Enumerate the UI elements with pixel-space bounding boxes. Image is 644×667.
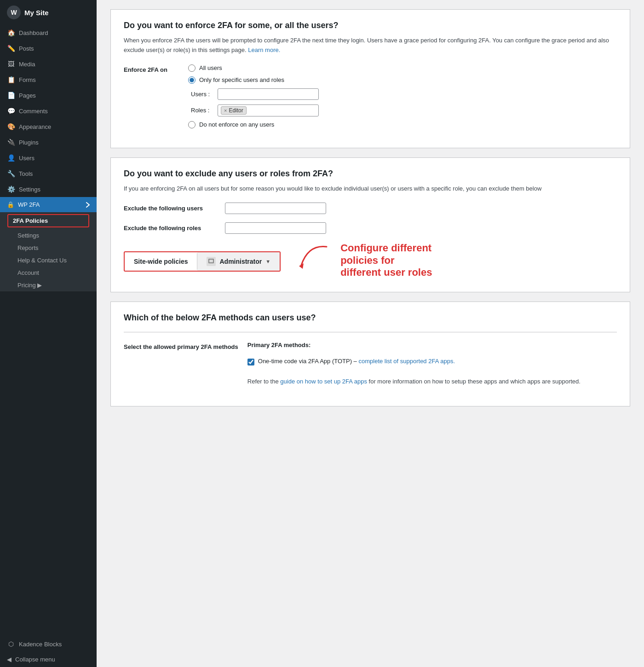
enforce-title: Do you want to enforce 2FA for some, or … [124, 21, 617, 30]
enforce-controls: All users Only for specific users and ro… [188, 64, 617, 128]
submenu-item-2fa-policies[interactable]: 2FA Policies [7, 214, 89, 227]
totp-link[interactable]: complete list of supported 2FA apps. [358, 358, 455, 365]
sidebar-item-forms[interactable]: 📋 Forms [0, 72, 97, 87]
dropdown-arrow-icon: ▼ [265, 259, 270, 264]
wp2fa-submenu: 2FA Policies Settings Reports Help & Con… [0, 212, 97, 291]
admin-user-icon [207, 257, 216, 266]
users-field: Users : [191, 88, 617, 100]
sidebar-item-label: Comments [19, 108, 48, 115]
users-label: Users : [191, 91, 214, 98]
exclude-desc: If you are enforcing 2FA on all users bu… [124, 184, 617, 194]
divider [124, 332, 617, 332]
sidebar-bottom: ⬡ Kadence Blocks ◀ Collapse menu [0, 636, 97, 667]
pages-icon: 📄 [7, 92, 15, 99]
posts-icon: ✏️ [7, 45, 15, 52]
sidebar-item-appearance[interactable]: 🎨 Appearance [0, 119, 97, 134]
sidebar-item-label: Forms [19, 76, 36, 83]
collapse-label: Collapse menu [15, 656, 55, 663]
sidebar-item-label: Pages [19, 92, 36, 99]
sidebar-item-label: Dashboard [19, 29, 48, 36]
roles-label: Roles : [191, 107, 214, 114]
exclude-roles-row: Exclude the following roles [124, 222, 617, 234]
sidebar-logo[interactable]: W My Site [0, 0, 97, 25]
tab-sitewide[interactable]: Site-wide policies [125, 253, 197, 270]
sidebar-item-label: Users [19, 155, 34, 162]
sidebar-item-kadence[interactable]: ⬡ Kadence Blocks [0, 636, 97, 652]
exclude-section: Do you want to exclude any users or role… [110, 157, 630, 293]
editor-tag: × Editor [221, 106, 247, 115]
methods-form-row: Select the allowed primary 2FA methods P… [124, 342, 617, 387]
methods-title: Which of the below 2FA methods can users… [124, 313, 617, 323]
sidebar-item-media[interactable]: 🖼 Media [0, 56, 97, 72]
submenu-item-settings[interactable]: Settings [0, 229, 97, 242]
radio-specific-label: Only for specific users and roles [199, 76, 284, 83]
sidebar-item-posts[interactable]: ✏️ Posts [0, 41, 97, 56]
tab-administrator[interactable]: Administrator ▼ [197, 252, 280, 271]
exclude-users-label: Exclude the following users [124, 205, 216, 212]
totp-checkbox[interactable] [247, 359, 254, 365]
sidebar-item-label: Kadence Blocks [19, 641, 62, 648]
methods-section: Which of the below 2FA methods can users… [110, 302, 630, 406]
sidebar: W My Site 🏠 Dashboard ✏️ Posts 🖼 Media 📋… [0, 0, 97, 667]
sidebar-item-plugins[interactable]: 🔌 Plugins [0, 134, 97, 150]
submenu-item-pricing[interactable]: Pricing ▶ [0, 279, 97, 291]
totp-checkbox-option: One-time code via 2FA App (TOTP) – compl… [247, 358, 617, 365]
sidebar-item-comments[interactable]: 💬 Comments [0, 103, 97, 119]
tag-label: Editor [229, 107, 243, 114]
radio-none[interactable]: Do not enforce on any users [188, 121, 617, 128]
tab-bar: Site-wide policies Administrator ▼ [124, 251, 281, 272]
admin-tab-label: Administrator [219, 258, 262, 265]
radio-all-users-label: All users [199, 64, 222, 71]
totp-label-text: One-time code via 2FA App (TOTP) – [258, 358, 359, 365]
radio-specific[interactable]: Only for specific users and roles [188, 76, 617, 84]
roles-tag-input[interactable]: × Editor [218, 104, 319, 116]
sidebar-item-users[interactable]: 👤 Users [0, 150, 97, 166]
sidebar-item-dashboard[interactable]: 🏠 Dashboard [0, 25, 97, 41]
exclude-title: Do you want to exclude any users or role… [124, 169, 617, 179]
annotation-text: Configure different policies for differe… [340, 242, 432, 278]
radio-all-users-input[interactable] [188, 64, 196, 72]
media-icon: 🖼 [7, 60, 15, 68]
submenu-item-help[interactable]: Help & Contact Us [0, 254, 97, 267]
svg-rect-1 [209, 260, 213, 262]
learn-more-link[interactable]: Learn more. [248, 46, 280, 53]
radio-specific-input[interactable] [188, 76, 196, 84]
radio-all-users[interactable]: All users [188, 64, 617, 72]
enforce-section: Do you want to enforce 2FA for some, or … [110, 9, 630, 148]
sidebar-item-pages[interactable]: 📄 Pages [0, 87, 97, 103]
tag-remove-editor[interactable]: × [224, 108, 227, 113]
methods-controls: Primary 2FA methods: One-time code via 2… [247, 342, 617, 387]
submenu-item-account[interactable]: Account [0, 267, 97, 279]
radio-none-input[interactable] [188, 121, 196, 128]
enforce-desc-text: When you enforce 2FA the users will be p… [124, 37, 609, 53]
desc-suffix: for more information on how to setup the… [369, 378, 581, 385]
tab-annotation-container: Site-wide policies Administrator ▼ [124, 242, 617, 281]
sidebar-item-settings[interactable]: ⚙️ Settings [0, 181, 97, 197]
sidebar-item-label: Appearance [19, 123, 51, 130]
method-desc: Refer to the guide on how to set up 2FA … [247, 377, 617, 387]
dashboard-icon: 🏠 [7, 29, 15, 36]
sidebar-item-label: Settings [19, 186, 40, 193]
users-input[interactable] [218, 88, 319, 100]
sidebar-item-label: Plugins [19, 139, 39, 146]
annotation-group: Configure different policies for differe… [294, 242, 432, 279]
totp-label-container: One-time code via 2FA App (TOTP) – compl… [258, 358, 455, 365]
exclude-roles-input[interactable] [225, 222, 326, 234]
wp-logo-icon: W [7, 6, 21, 19]
sidebar-item-wp2fa[interactable]: 🔒 WP 2FA [0, 197, 97, 212]
desc-prefix: Refer to the [247, 378, 281, 385]
sidebar-item-tools[interactable]: 🔧 Tools [0, 166, 97, 181]
main-content: Do you want to enforce 2FA for some, or … [97, 0, 644, 667]
primary-methods-label: Primary 2FA methods: [247, 342, 617, 348]
radio-none-label: Do not enforce on any users [199, 121, 274, 128]
curved-arrow-icon [294, 242, 331, 279]
roles-field: Roles : × Editor [191, 104, 617, 116]
exclude-users-input[interactable] [225, 203, 326, 214]
collapse-icon: ◀ [7, 656, 12, 663]
sidebar-item-label: Media [19, 61, 35, 68]
select-methods-label: Select the allowed primary 2FA methods [124, 342, 238, 350]
collapse-menu-button[interactable]: ◀ Collapse menu [0, 652, 97, 667]
guide-link[interactable]: guide on how to set up 2FA apps [280, 378, 367, 385]
submenu-item-reports[interactable]: Reports [0, 242, 97, 254]
kadence-icon: ⬡ [7, 640, 15, 648]
